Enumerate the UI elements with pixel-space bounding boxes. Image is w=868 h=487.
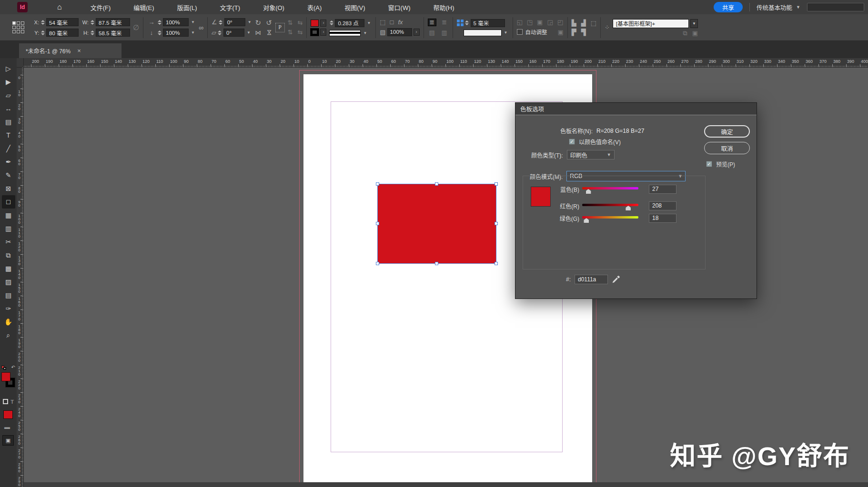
menu-item[interactable]: 编辑(E)	[133, 3, 154, 12]
menu-item[interactable]: 表(A)	[307, 3, 322, 12]
checkbox-checked-icon[interactable]: ✓	[706, 161, 712, 167]
selected-rectangle[interactable]	[377, 184, 496, 264]
eyedropper-tool-icon[interactable]: ✑	[2, 302, 15, 315]
gap-tool-icon[interactable]: ↔	[2, 102, 15, 115]
chevron-down-icon[interactable]: ▼	[690, 19, 698, 28]
rotate-cw-icon[interactable]: ↻	[255, 19, 262, 26]
menu-item[interactable]: 版面(L)	[177, 3, 197, 12]
ruler-origin-corner[interactable]	[17, 58, 24, 68]
search-input[interactable]	[807, 3, 864, 11]
shear-angle-field[interactable]: ▱ 0° ▼	[212, 29, 252, 37]
dialog-title-bar[interactable]: 色板选项	[515, 103, 757, 115]
style-options-icon[interactable]: ▣	[692, 30, 698, 36]
pen-tool-icon[interactable]: ✒	[2, 155, 15, 169]
stepper[interactable]	[40, 20, 45, 25]
channel-slider[interactable]	[582, 202, 638, 209]
stroke-color-swatch[interactable]	[311, 29, 319, 36]
hex-value-input[interactable]: d0111a	[575, 275, 608, 284]
page-tool-icon[interactable]: ▱	[2, 89, 15, 102]
link-scale-icon[interactable]: ∞	[199, 24, 203, 31]
constrain-dimensions-icon[interactable]: ∅	[133, 24, 139, 31]
gradient-tool-icon[interactable]: ▩	[2, 262, 15, 275]
slider-thumb-icon[interactable]	[586, 189, 591, 194]
stepper[interactable]	[465, 20, 469, 25]
selection-handle[interactable]	[376, 262, 379, 265]
chevron-down-icon[interactable]: ▼	[190, 30, 196, 35]
contour-select[interactable]: ▼	[464, 30, 509, 36]
width-field[interactable]: W: 87.5 毫米	[81, 18, 130, 26]
stepper[interactable]	[90, 20, 94, 25]
column-grid-tool-icon[interactable]: ▥	[2, 222, 15, 235]
slider-thumb-icon[interactable]	[584, 218, 589, 223]
selection-handle[interactable]	[376, 222, 379, 225]
content-collector-tool-icon[interactable]: ▤	[2, 115, 15, 129]
selection-handle[interactable]	[495, 182, 498, 186]
distribute-icon[interactable]: ⬚	[591, 20, 596, 26]
swap-fill-stroke-icon[interactable]: ↶	[11, 365, 15, 370]
clear-overrides-icon[interactable]: ⧉	[683, 30, 687, 36]
formatting-affects-text-icon[interactable]: T	[10, 399, 14, 405]
corner-options-icon[interactable]: ⬚	[380, 19, 385, 25]
stroke-weight-field[interactable]: 0.283 点 ▼	[329, 19, 372, 27]
channel-value-input[interactable]: 208	[649, 201, 676, 210]
flip-vertical-icon[interactable]: ⋈	[266, 30, 273, 36]
fill-proxy-swatch[interactable]	[1, 372, 10, 381]
scissors-tool-icon[interactable]: ✂	[2, 235, 15, 248]
color-type-select[interactable]: 印刷色 ▼	[567, 150, 615, 159]
checkbox-checked-icon[interactable]: ✓	[569, 139, 575, 145]
reference-point-proxy[interactable]	[12, 21, 24, 33]
align-bottom-edge-icon[interactable]: ▜	[581, 29, 586, 35]
menu-item[interactable]: 文字(T)	[220, 3, 241, 12]
selection-handle[interactable]	[376, 182, 379, 186]
default-fill-stroke-icon[interactable]	[1, 366, 7, 370]
pencil-tool-icon[interactable]: ✎	[2, 169, 15, 182]
stepper[interactable]	[90, 30, 94, 35]
table-tool-icon[interactable]: ▦	[2, 209, 15, 222]
free-transform-tool-icon[interactable]: ⧉	[2, 248, 15, 262]
preview-checkbox[interactable]: ✓ 预览(P)	[706, 160, 735, 168]
menu-item[interactable]: 视图(V)	[344, 3, 365, 12]
zoom-tool-icon[interactable]: ⌕	[2, 328, 15, 342]
close-tab-icon[interactable]: ×	[77, 47, 81, 54]
apply-gradient-icon[interactable]: ▬	[4, 424, 12, 430]
corner-shape-icon[interactable]: □	[390, 19, 394, 25]
scale-y-field[interactable]: ↓ 100% ▼	[147, 29, 196, 37]
cancel-button[interactable]: 取消	[704, 142, 750, 154]
ok-button[interactable]: 确定	[704, 125, 750, 138]
align-left-icon[interactable]: ▙	[572, 20, 576, 26]
menu-item[interactable]: 对象(O)	[263, 3, 284, 12]
chevron-down-icon[interactable]: ▼	[247, 20, 252, 24]
stepper[interactable]	[40, 30, 45, 35]
name-with-color-value-checkbox[interactable]: ✓ 以颜色值命名(V)	[569, 138, 621, 146]
select-container-icon[interactable]: P	[275, 23, 285, 32]
eyedropper-icon[interactable]	[612, 275, 620, 284]
chevron-down-icon[interactable]: ▼	[366, 21, 372, 25]
wrap-jump-icon[interactable]: ▥	[440, 29, 449, 37]
menu-item[interactable]: 窗口(W)	[388, 3, 411, 12]
stepper[interactable]	[157, 20, 161, 25]
selection-handle[interactable]	[495, 222, 498, 225]
x-position-field[interactable]: X: 54 毫米	[32, 18, 79, 26]
object-style-select[interactable]: [基本图形框架]+ ▼	[613, 19, 698, 28]
rotate-ccw-icon[interactable]: ↺	[266, 19, 272, 26]
stepper[interactable]	[218, 30, 222, 35]
selection-handle[interactable]	[435, 182, 438, 186]
chevron-down-icon[interactable]: ▼	[362, 31, 368, 35]
fill-color-swatch[interactable]	[311, 20, 319, 27]
channel-slider[interactable]	[582, 185, 638, 193]
frame-tool-icon[interactable]: ⊠	[2, 182, 15, 195]
height-field[interactable]: H: 58.5 毫米	[81, 29, 130, 37]
scale-x-field[interactable]: → 100% ▼	[147, 18, 196, 26]
wrap-none-icon[interactable]: ≣	[428, 19, 436, 26]
selection-handle[interactable]	[435, 262, 438, 265]
flip-horizontal-icon[interactable]: ⋈	[255, 30, 262, 36]
vertical-ruler[interactable]: 0102030405060708090100110120130140150160…	[17, 68, 24, 487]
wrap-object-icon[interactable]: ▤	[428, 29, 436, 37]
hand-tool-icon[interactable]: ✋	[2, 315, 15, 328]
checkbox-icon[interactable]	[517, 29, 523, 35]
fill-flyout-button[interactable]: ›	[320, 20, 326, 27]
menu-item[interactable]: 文件(F)	[91, 3, 111, 12]
opacity-field[interactable]: ▧ 100% ›	[380, 28, 419, 36]
chevron-down-icon[interactable]: ▼	[503, 30, 509, 35]
share-button[interactable]: 共享	[714, 2, 743, 12]
